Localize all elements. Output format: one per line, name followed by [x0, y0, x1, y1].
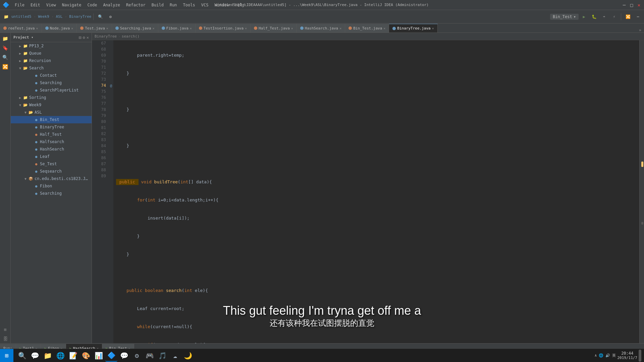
- tab-close-testinsertion[interactable]: ✕: [245, 26, 247, 30]
- run-config[interactable]: Bin_Test ▾: [550, 14, 579, 20]
- tree-node-setest[interactable]: ● Se_Test: [11, 160, 92, 168]
- tree-node-hashsearch[interactable]: ● HashSearch: [11, 145, 92, 153]
- tab-bintest[interactable]: Bin_Test.java ✕: [345, 24, 389, 33]
- clock[interactable]: 20:44 2019/11/7: [617, 351, 637, 360]
- tab-hashsearch[interactable]: HashSearch.java ✕: [297, 24, 345, 33]
- tab-searching[interactable]: Searching.java ✕: [112, 24, 158, 33]
- tree-node-cnedu[interactable]: ▼ 📦 cn.edu.besti.cs1823.J2334: [11, 175, 92, 182]
- sidebar-icon-project[interactable]: 📁: [1, 34, 10, 43]
- code-content[interactable]: parent.right=temp; } } } public void: [113, 40, 639, 343]
- start-button[interactable]: ⊞: [0, 349, 13, 362]
- tree-node-recursion[interactable]: ▶ 📁 Recursion: [11, 57, 92, 64]
- tab-close-hashsearch[interactable]: ✕: [339, 26, 341, 30]
- minimize-button[interactable]: ─: [622, 3, 627, 7]
- breadcrumb-untitled5[interactable]: untitled5: [11, 14, 32, 19]
- tab-close-searching[interactable]: ✕: [153, 26, 155, 30]
- tab-close-halftest[interactable]: ✕: [291, 26, 293, 30]
- tree-node-searching[interactable]: ● Searching: [11, 79, 92, 86]
- tree-node-pp13[interactable]: ▶ 📁 PP13_2: [11, 42, 92, 50]
- sidebar-icon-git[interactable]: 🔀: [1, 62, 10, 71]
- taskbar-cortana-icon[interactable]: 💬: [29, 350, 41, 362]
- collapse-all-icon[interactable]: ⊟: [79, 35, 81, 40]
- tree-node-bintest[interactable]: ● Bin_Test: [11, 116, 92, 123]
- tab-close-fibon[interactable]: ✕: [190, 26, 192, 30]
- menu-file[interactable]: File: [12, 2, 27, 8]
- tab-close-bintest[interactable]: ✕: [383, 26, 385, 30]
- run-button[interactable]: ▶: [579, 12, 589, 21]
- taskbar-music-icon[interactable]: 🎵: [156, 350, 168, 362]
- tree-node-queue[interactable]: ▶ 📁 Queue: [11, 50, 92, 57]
- volume-icon[interactable]: 🔊: [605, 353, 610, 358]
- settings-icon[interactable]: ⚙: [83, 35, 85, 40]
- taskbar-app2-icon[interactable]: 🌙: [182, 350, 194, 362]
- profile-button[interactable]: ⚡: [609, 12, 619, 21]
- sidebar-icon-find[interactable]: 🔍: [1, 53, 10, 62]
- taskbar-paint-icon[interactable]: 🎨: [80, 350, 92, 362]
- menu-view[interactable]: View: [44, 2, 59, 8]
- tree-node-searching2[interactable]: ● Searching: [11, 190, 92, 197]
- tree-node-searchplayerlist[interactable]: ● SearchPlayerList: [11, 86, 92, 94]
- taskbar-notepad-icon[interactable]: 📝: [67, 350, 79, 362]
- taskbar-edge-icon[interactable]: 🌐: [54, 350, 66, 362]
- ime-icon[interactable]: 英: [612, 353, 616, 358]
- settings-icon[interactable]: ⚙: [106, 12, 115, 21]
- tree-node-asl[interactable]: ▼ 📂 ASL: [11, 109, 92, 116]
- tab-binarytree[interactable]: BinaryTree.java ✕: [389, 24, 437, 33]
- menu-build[interactable]: Build: [149, 2, 166, 8]
- breadcrumb-asl[interactable]: ASL: [56, 14, 62, 19]
- tree-node-fibon[interactable]: ● Fibon: [11, 182, 92, 190]
- menu-analyze[interactable]: Analyze: [100, 2, 123, 8]
- more-tools-icon[interactable]: ⋯: [633, 12, 643, 21]
- sidebar-icon-bookmarks[interactable]: 🔖: [1, 44, 10, 52]
- taskbar-game-icon[interactable]: 🎮: [144, 350, 156, 362]
- maximize-button[interactable]: □: [629, 3, 634, 7]
- taskbar-cloud-icon[interactable]: ☁: [169, 350, 181, 362]
- git-icon[interactable]: 🔀: [623, 12, 633, 21]
- sidebar-icon-database[interactable]: 🗄: [1, 335, 10, 343]
- show-desktop-button[interactable]: [639, 350, 641, 362]
- menu-edit[interactable]: Edit: [28, 2, 43, 8]
- taskbar-search-icon[interactable]: 🔍: [16, 350, 28, 362]
- tree-node-search[interactable]: ▼ 📂 Search: [11, 64, 92, 72]
- tree-node-leaf[interactable]: ● Leaf: [11, 153, 92, 160]
- taskbar-idea-icon[interactable]: 🔷: [105, 350, 117, 362]
- breadcrumb-binarytree[interactable]: BinaryTree: [69, 14, 91, 19]
- search-everywhere-icon[interactable]: 🔍: [96, 12, 105, 21]
- tree-node-binarytree[interactable]: ● BinaryTree: [11, 123, 92, 131]
- taskbar-settings-icon[interactable]: ⚙: [131, 350, 143, 362]
- taskbar-excel-icon[interactable]: 📊: [93, 350, 105, 362]
- tab-close-treetest[interactable]: ✕: [36, 26, 38, 30]
- taskbar-wechat-icon[interactable]: 💬: [118, 350, 130, 362]
- tree-node-halfsearch[interactable]: ● Halfsearch: [11, 138, 92, 145]
- close-panel-icon[interactable]: ✕: [87, 35, 89, 40]
- network-icon[interactable]: 🌐: [599, 353, 603, 358]
- tab-halftest[interactable]: Half_Test.java ✕: [251, 24, 297, 33]
- menu-tools[interactable]: Tools: [180, 2, 198, 8]
- debug-button[interactable]: 🐛: [589, 12, 599, 21]
- sidebar-icon-structure[interactable]: ≡: [1, 325, 10, 334]
- tree-node-contact[interactable]: ● Contact: [11, 72, 92, 79]
- right-scrollbar[interactable]: [639, 40, 644, 343]
- tab-close-binarytree[interactable]: ✕: [432, 26, 434, 30]
- menu-code[interactable]: Code: [85, 2, 100, 8]
- tab-close-node[interactable]: ✕: [71, 26, 73, 30]
- tabs-overflow-icon[interactable]: »: [636, 28, 644, 33]
- menu-run[interactable]: Run: [167, 2, 180, 8]
- tab-close-test[interactable]: ✕: [106, 26, 108, 30]
- tree-node-sorting[interactable]: ▶ 📁 Sorting: [11, 94, 92, 101]
- tab-test[interactable]: Test.java ✕: [77, 24, 112, 33]
- tree-node-seqsearch[interactable]: ● Seqsearch: [11, 168, 92, 175]
- coverage-button[interactable]: ☂: [599, 12, 609, 21]
- taskbar-explorer-icon[interactable]: 📁: [42, 350, 54, 362]
- tab-fibon[interactable]: Fibon.java ✕: [158, 24, 196, 33]
- menu-vcs[interactable]: VCS: [199, 2, 211, 8]
- tree-node-halftest[interactable]: ● Half_Test: [11, 131, 92, 138]
- close-button[interactable]: ✕: [637, 3, 641, 7]
- tab-testinsertion[interactable]: TestInsertion.java ✕: [196, 24, 251, 33]
- tree-node-week9[interactable]: ▼ 📂 Week9: [11, 101, 92, 109]
- tab-node[interactable]: Node.java ✕: [42, 24, 77, 33]
- tab-treetest[interactable]: reeTest.java ✕: [0, 24, 42, 33]
- menu-refactor[interactable]: Refactor: [123, 2, 148, 8]
- breadcrumb-week9[interactable]: Week9: [38, 14, 49, 19]
- menu-navigate[interactable]: Navigate: [59, 2, 84, 8]
